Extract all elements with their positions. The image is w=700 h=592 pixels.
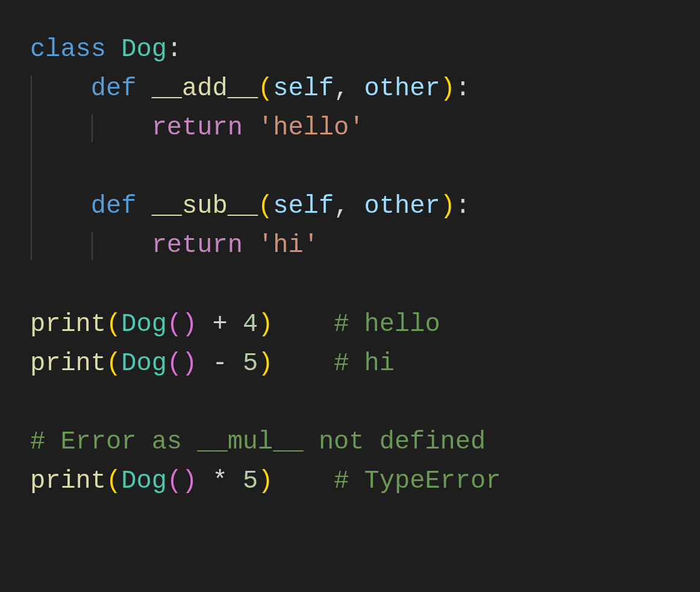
code-token: # hi — [334, 349, 395, 378]
code-token: : — [167, 35, 182, 64]
code-line: def __sub__(self, other): — [30, 192, 470, 221]
code-token: print — [30, 467, 106, 496]
code-line: return 'hi' — [30, 231, 319, 260]
code-token: 'hi' — [258, 231, 319, 260]
code-token: ) — [440, 74, 455, 103]
code-token: # TypeError — [334, 467, 501, 496]
code-token: ( — [258, 192, 273, 221]
code-token: print — [30, 349, 106, 378]
code-token — [30, 113, 152, 142]
code-token: ) — [440, 192, 455, 221]
code-token: return — [152, 231, 258, 260]
code-token: 4 — [243, 310, 258, 339]
code-token: ) — [182, 310, 197, 339]
code-token — [30, 192, 91, 221]
code-token: ) — [182, 467, 197, 496]
code-token: , — [334, 74, 364, 103]
code-token: ) — [182, 349, 197, 378]
code-line: class Dog: — [30, 35, 182, 64]
code-token: * — [197, 467, 243, 496]
code-token: ( — [258, 74, 273, 103]
code-line: print(Dog() * 5) # TypeError — [30, 467, 501, 496]
code-token: def — [91, 192, 152, 221]
code-token: # Error as __mul__ not defined — [30, 427, 486, 456]
code-token: 5 — [243, 349, 258, 378]
code-token: other — [364, 74, 440, 103]
code-token — [30, 74, 91, 103]
code-line: return 'hello' — [30, 113, 364, 142]
code-token: ) — [258, 467, 273, 496]
code-line: # Error as __mul__ not defined — [30, 427, 486, 456]
code-block: class Dog: def __add__(self, other): ret… — [0, 0, 700, 531]
code-token: ) — [258, 349, 273, 378]
code-token: ( — [106, 349, 121, 378]
code-token: , — [334, 192, 364, 221]
code-token: ( — [106, 310, 121, 339]
code-token: class — [30, 35, 121, 64]
code-token: ( — [167, 467, 182, 496]
code-token: self — [273, 192, 334, 221]
code-token — [273, 310, 334, 339]
code-token: ( — [106, 467, 121, 496]
code-token: Dog — [121, 35, 167, 64]
code-token: - — [197, 349, 243, 378]
code-token: 5 — [243, 467, 258, 496]
code-token: ( — [167, 310, 182, 339]
code-token: def — [91, 74, 152, 103]
code-token: : — [455, 74, 470, 103]
code-token: Dog — [121, 467, 167, 496]
code-token: # hello — [334, 310, 440, 339]
code-token — [273, 467, 334, 496]
code-token — [30, 231, 152, 260]
code-token — [273, 349, 334, 378]
code-token: return — [152, 113, 258, 142]
code-line: def __add__(self, other): — [30, 74, 470, 103]
code-token: __sub__ — [152, 192, 258, 221]
code-line: print(Dog() - 5) # hi — [30, 349, 395, 378]
code-token: Dog — [121, 310, 167, 339]
code-token: print — [30, 310, 106, 339]
code-token: ) — [258, 310, 273, 339]
code-token: : — [455, 192, 470, 221]
code-token: __add__ — [152, 74, 258, 103]
code-token: + — [197, 310, 243, 339]
code-token: 'hello' — [258, 113, 364, 142]
code-line: print(Dog() + 4) # hello — [30, 310, 440, 339]
code-token: self — [273, 74, 334, 103]
code-token: ( — [167, 349, 182, 378]
code-token: Dog — [121, 349, 167, 378]
code-token: other — [364, 192, 440, 221]
